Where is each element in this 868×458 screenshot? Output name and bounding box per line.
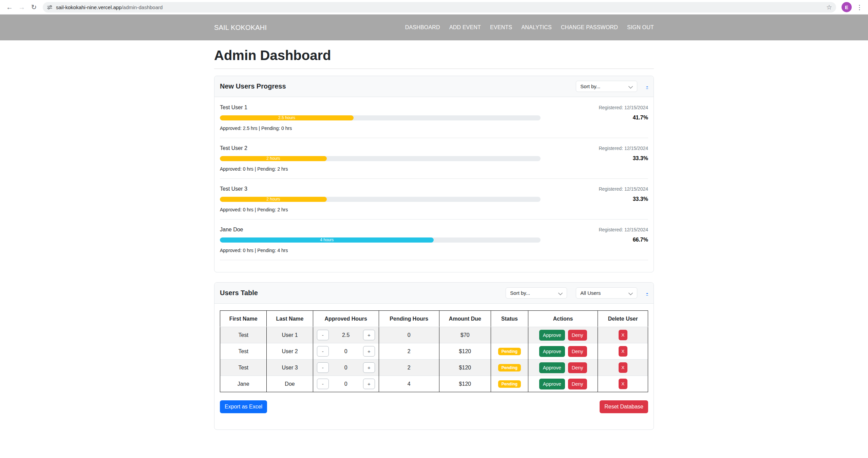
- cell-amount-due: $120: [439, 343, 491, 360]
- decrease-hours-button[interactable]: -: [317, 379, 329, 389]
- cell-approved-hours: -0+: [313, 360, 379, 376]
- progress-percent: 41.7%: [633, 115, 648, 121]
- approved-hours-value: 0: [344, 365, 347, 371]
- users-table: First NameLast NameApproved HoursPending…: [220, 310, 648, 392]
- site-info-icon[interactable]: [47, 4, 53, 10]
- progress-bar-fill: 2 hours: [220, 197, 327, 202]
- increase-hours-button[interactable]: +: [363, 346, 375, 357]
- table-row: TestUser 1-2.5+0$70ApproveDenyX: [220, 327, 648, 343]
- delete-user-button[interactable]: X: [619, 330, 627, 340]
- nav-link-events[interactable]: EVENTS: [481, 22, 512, 33]
- users-sort-select[interactable]: Sort by...: [506, 287, 567, 299]
- cell-approved-hours: -2.5+: [313, 327, 379, 343]
- decrease-hours-button[interactable]: -: [317, 346, 329, 357]
- cell-actions: ApproveDeny: [528, 327, 598, 343]
- delete-user-button[interactable]: X: [619, 362, 627, 373]
- cell-actions: ApproveDeny: [528, 376, 598, 392]
- back-icon[interactable]: ←: [3, 1, 16, 13]
- deny-button[interactable]: Deny: [568, 362, 587, 373]
- increase-hours-button[interactable]: +: [363, 330, 375, 340]
- cell-delete: X: [598, 343, 648, 360]
- user-name: Jane Doe: [220, 226, 243, 233]
- site-navbar: SAIL KOKOKAHI DASHBOARDADD EVENTEVENTSAN…: [0, 15, 868, 40]
- approve-button[interactable]: Approve: [539, 330, 565, 341]
- increase-hours-button[interactable]: +: [363, 362, 375, 373]
- navbar-brand[interactable]: SAIL KOKOKAHI: [214, 24, 267, 32]
- cell-first-name: Test: [220, 360, 267, 376]
- column-header-approved-hours: Approved Hours: [313, 311, 379, 327]
- progress-percent: 66.7%: [633, 237, 648, 243]
- forward-icon[interactable]: →: [16, 1, 28, 13]
- delete-user-button[interactable]: X: [619, 379, 627, 389]
- progress-bar-track: 4 hours: [220, 237, 541, 243]
- cell-first-name: Test: [220, 327, 267, 343]
- progress-user-block: Test User 3Registered: 12/15/20242 hours…: [220, 185, 648, 220]
- user-name: Test User 2: [220, 145, 247, 152]
- cell-amount-due: $70: [439, 327, 491, 343]
- cell-status: Pending: [491, 343, 528, 360]
- progress-list: Test User 1Registered: 12/15/20242.5 hou…: [214, 97, 654, 272]
- user-name: Test User 1: [220, 104, 247, 111]
- cell-status: Pending: [491, 376, 528, 392]
- browser-menu-icon[interactable]: ⋮: [855, 3, 864, 11]
- decrease-hours-button[interactable]: -: [317, 362, 329, 373]
- status-badge: Pending: [498, 348, 521, 355]
- cell-status: [491, 327, 528, 343]
- increase-hours-button[interactable]: +: [363, 379, 375, 389]
- progress-sort-select[interactable]: Sort by...: [576, 81, 637, 92]
- approve-button[interactable]: Approve: [539, 379, 565, 389]
- approved-hours-value: 2.5: [342, 332, 350, 338]
- deny-button[interactable]: Deny: [568, 346, 587, 357]
- progress-minimize-link[interactable]: -: [646, 83, 648, 90]
- url-text: sail-kokokahi-nine.vercel.app/admin-dash…: [56, 4, 163, 10]
- delete-user-button[interactable]: X: [619, 346, 627, 357]
- progress-card-title: New Users Progress: [220, 82, 286, 90]
- address-bar[interactable]: sail-kokokahi-nine.vercel.app/admin-dash…: [43, 2, 836, 13]
- users-minimize-link[interactable]: -: [646, 290, 648, 297]
- progress-bar-fill: 2.5 hours: [220, 115, 354, 120]
- progress-percent: 33.3%: [633, 155, 648, 161]
- table-header-row: First NameLast NameApproved HoursPending…: [220, 311, 648, 327]
- export-excel-button[interactable]: Export as Excel: [220, 400, 267, 413]
- column-header-amount-due: Amount Due: [439, 311, 491, 327]
- bookmark-star-icon[interactable]: ☆: [826, 3, 832, 11]
- users-filter-select[interactable]: All Users: [576, 287, 637, 299]
- decrease-hours-button[interactable]: -: [317, 330, 329, 340]
- cell-pending-hours: 2: [379, 360, 439, 376]
- approved-hours-value: 0: [344, 348, 347, 355]
- approve-button[interactable]: Approve: [539, 346, 565, 357]
- profile-avatar[interactable]: E: [842, 2, 852, 12]
- status-badge: Pending: [498, 364, 521, 371]
- registered-date: Registered: 12/15/2024: [599, 146, 648, 151]
- cell-amount-due: $120: [439, 376, 491, 392]
- browser-toolbar: ← → ↻ sail-kokokahi-nine.vercel.app/admi…: [0, 0, 868, 15]
- hours-summary: Approved: 2.5 hrs | Pending: 0 hrs: [220, 125, 648, 132]
- cell-last-name: User 1: [267, 327, 313, 343]
- users-card-header: Users Table Sort by... All Users -: [214, 283, 654, 304]
- cell-first-name: Test: [220, 343, 267, 360]
- nav-link-add-event[interactable]: ADD EVENT: [440, 22, 481, 33]
- reset-database-button[interactable]: Reset Database: [600, 400, 648, 413]
- progress-card-header: New Users Progress Sort by... -: [214, 76, 654, 97]
- deny-button[interactable]: Deny: [568, 379, 587, 389]
- reload-icon[interactable]: ↻: [28, 1, 40, 13]
- user-divider: [220, 260, 648, 260]
- approve-button[interactable]: Approve: [539, 362, 565, 373]
- column-header-last-name: Last Name: [267, 311, 313, 327]
- deny-button[interactable]: Deny: [568, 330, 587, 341]
- column-header-actions: Actions: [528, 311, 598, 327]
- table-row: JaneDoe-0+4$120PendingApproveDenyX: [220, 376, 648, 392]
- new-users-progress-card: New Users Progress Sort by... - Test Use…: [214, 76, 654, 272]
- cell-delete: X: [598, 376, 648, 392]
- table-body: TestUser 1-2.5+0$70ApproveDenyXTestUser …: [220, 327, 648, 392]
- page-title: Admin Dashboard: [214, 48, 654, 63]
- nav-link-analytics[interactable]: ANALYTICS: [512, 22, 552, 33]
- nav-link-change-password[interactable]: CHANGE PASSWORD: [552, 22, 618, 33]
- user-name: Test User 3: [220, 185, 247, 193]
- progress-user-block: Test User 1Registered: 12/15/20242.5 hou…: [220, 104, 648, 138]
- nav-link-sign-out[interactable]: SIGN OUT: [618, 22, 654, 33]
- nav-link-dashboard[interactable]: DASHBOARD: [396, 22, 440, 33]
- nav-links: DASHBOARDADD EVENTEVENTSANALYTICSCHANGE …: [396, 22, 654, 33]
- registered-date: Registered: 12/15/2024: [599, 105, 648, 110]
- column-header-first-name: First Name: [220, 311, 267, 327]
